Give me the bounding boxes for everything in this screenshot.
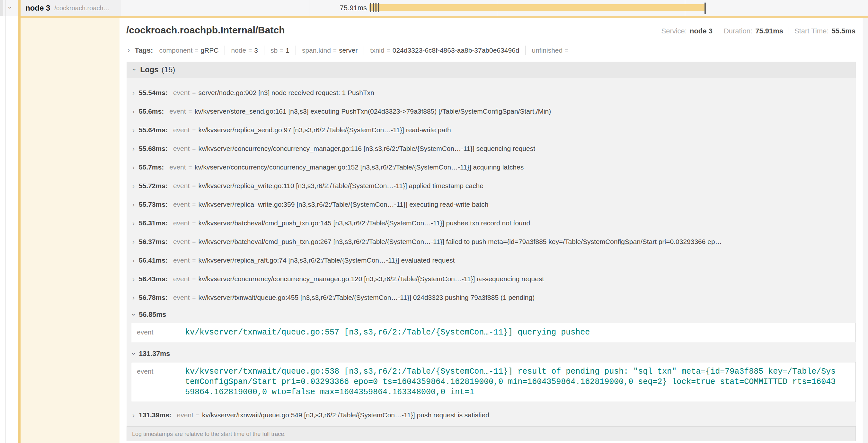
log-row-expanded-toggle[interactable]: 56.85ms <box>127 307 856 322</box>
log-timestamp: 55.54ms: <box>139 89 168 97</box>
log-row[interactable]: 55.6ms: event = kv/kvserver/store_send.g… <box>127 102 856 121</box>
log-row[interactable]: 56.78ms: event = kv/kvserver/txnwait/que… <box>127 288 856 307</box>
log-field: event <box>173 126 189 134</box>
span-duration-bar[interactable] <box>369 4 706 11</box>
log-row[interactable]: 55.64ms: event = kv/kvserver/replica_sen… <box>127 121 856 139</box>
log-timestamp: 56.43ms: <box>139 275 168 283</box>
log-value: kv/kvserver/txnwait/queue.go:455 [n3,s3,… <box>198 294 534 301</box>
span-row-header: node 3 /cockroach.roach… 75.91ms <box>0 0 868 16</box>
log-timestamp: 56.85ms <box>139 311 166 319</box>
log-timestamp: 55.72ms: <box>139 182 168 190</box>
log-value: kv/kvserver/replica_raft.go:74 [n3,s3,r6… <box>198 257 455 264</box>
equals-sign: = <box>192 294 196 301</box>
tag-key: node <box>231 46 246 54</box>
log-row[interactable]: 56.43ms: event = kv/kvserver/concurrency… <box>127 270 856 288</box>
tag-value: 1 <box>286 46 289 54</box>
log-marker-tick <box>373 3 374 12</box>
chevron-right-icon <box>132 201 134 208</box>
collapse-children-icon[interactable] <box>6 6 13 9</box>
log-field: event <box>131 328 185 338</box>
log-field: event <box>173 145 189 152</box>
chevron-down-icon <box>130 313 137 315</box>
chevron-right-icon <box>132 145 134 152</box>
span-duration-label: 75.91ms <box>301 4 367 12</box>
log-detail-box: event kv/kvserver/txnwait/queue.go:557 [… <box>131 323 856 342</box>
log-value: kv/kvserver/replica_send.go:97 [n3,s3,r6… <box>198 126 451 134</box>
chevron-right-icon <box>132 127 134 134</box>
log-marker-tick <box>375 3 375 12</box>
log-row[interactable]: 56.31ms: event = kv/kvserver/batcheval/c… <box>127 214 856 232</box>
span-detail-title-row: /cockroach.roachpb.Internal/Batch Servic… <box>120 24 862 36</box>
log-value-monospace: kv/kvserver/txnwait/queue.go:538 [n3,s3,… <box>185 367 856 398</box>
tag-item: txnid = 024d3323-6c8f-4863-aa8b-37ab0e63… <box>364 45 526 55</box>
left-gutter-strip <box>0 0 3 16</box>
log-field: event <box>173 182 189 190</box>
tag-item: unfinished = <box>526 45 577 55</box>
log-value-monospace: kv/kvserver/txnwait/queue.go:557 [n3,s3,… <box>185 328 856 338</box>
span-name-cell[interactable]: node 3 /cockroach.roach… <box>18 0 121 16</box>
chevron-down-icon <box>131 68 138 71</box>
equals-sign: = <box>280 47 283 54</box>
log-timestamp: 56.41ms: <box>139 257 168 264</box>
span-meta: Service: node 3 Duration: 75.91ms Start … <box>661 27 856 35</box>
equals-sign: = <box>192 145 196 152</box>
log-row[interactable]: 55.68ms: event = kv/kvserver/concurrency… <box>127 139 856 158</box>
start-time-label: Start Time: <box>795 27 829 35</box>
right-gutter <box>863 18 868 443</box>
chevron-right-icon <box>132 294 134 301</box>
log-value: server/node.go:902 [n3] node received re… <box>198 89 374 97</box>
log-value: kv/kvserver/store_send.go:161 [n3,s3] ex… <box>195 107 551 115</box>
equals-sign: = <box>192 275 196 282</box>
log-row[interactable]: 55.54ms: event = server/node.go:902 [n3]… <box>127 83 856 102</box>
log-row[interactable]: 55.7ms: event = kv/kvserver/concurrency/… <box>127 158 856 176</box>
log-field: event <box>173 294 189 301</box>
span-title: /cockroach.roachpb.Internal/Batch <box>126 24 285 36</box>
equals-sign: = <box>192 257 196 264</box>
service-label: Service: <box>661 27 686 35</box>
equals-sign: = <box>192 89 196 96</box>
span-name-column-background[interactable] <box>21 18 120 443</box>
logs-list: 55.54ms: event = server/node.go:902 [n3]… <box>127 78 856 441</box>
log-value: kv/kvserver/batcheval/cmd_push_txn.go:26… <box>198 238 721 246</box>
page-left-divider <box>5 0 5 443</box>
log-timestamp: 131.37ms <box>139 350 170 358</box>
equals-sign: = <box>192 182 196 190</box>
log-field: event <box>173 201 189 208</box>
tag-key: span.kind <box>302 46 331 54</box>
log-timestamp: 55.64ms: <box>139 126 168 134</box>
tag-value: 3 <box>254 46 258 54</box>
duration-value: 75.91ms <box>755 27 783 35</box>
span-timeline: 75.91ms <box>121 0 868 16</box>
meta-separator <box>718 27 718 35</box>
log-field: event <box>177 411 193 419</box>
equals-sign: = <box>333 47 337 54</box>
tags-accordion-toggle[interactable]: Tags: component = gRPC node = 3 sb = 1 s… <box>120 41 862 60</box>
log-detail-box: event kv/kvserver/txnwait/queue.go:538 [… <box>131 362 856 402</box>
log-row[interactable]: 56.37ms: event = kv/kvserver/batcheval/c… <box>127 232 856 251</box>
chevron-right-icon <box>132 89 134 96</box>
logs-accordion-toggle[interactable]: Logs (15) <box>127 62 856 78</box>
log-field: event <box>169 107 186 115</box>
equals-sign: = <box>248 47 252 54</box>
log-row[interactable]: 56.41ms: event = kv/kvserver/replica_raf… <box>127 251 856 270</box>
equals-sign: = <box>192 201 196 208</box>
log-marker-tick <box>378 3 379 12</box>
chevron-right-icon <box>132 275 134 282</box>
equals-sign: = <box>189 108 192 115</box>
logs-count: (15) <box>162 65 176 74</box>
equals-sign: = <box>192 238 196 245</box>
tags-label: Tags: <box>134 46 153 55</box>
log-row[interactable]: 131.39ms: event = kv/kvserver/txnwait/qu… <box>127 406 856 424</box>
log-row[interactable]: 55.72ms: event = kv/kvserver/replica_wri… <box>127 176 856 195</box>
tag-item: node = 3 <box>225 45 265 55</box>
equals-sign: = <box>192 219 196 227</box>
log-row-expanded-toggle[interactable]: 131.37ms <box>127 346 856 362</box>
chevron-right-icon <box>132 257 134 264</box>
tag-value: 024d3323-6c8f-4863-aa8b-37ab0e63496d <box>393 46 520 54</box>
equals-sign: = <box>565 47 568 54</box>
log-value: kv/kvserver/txnwait/queue.go:549 [n3,s3,… <box>202 411 489 419</box>
log-value: kv/kvserver/concurrency/concurrency_mana… <box>198 145 535 152</box>
chevron-right-icon <box>132 108 134 115</box>
log-timestamp: 55.73ms: <box>139 201 168 208</box>
log-row[interactable]: 55.73ms: event = kv/kvserver/replica_wri… <box>127 195 856 214</box>
